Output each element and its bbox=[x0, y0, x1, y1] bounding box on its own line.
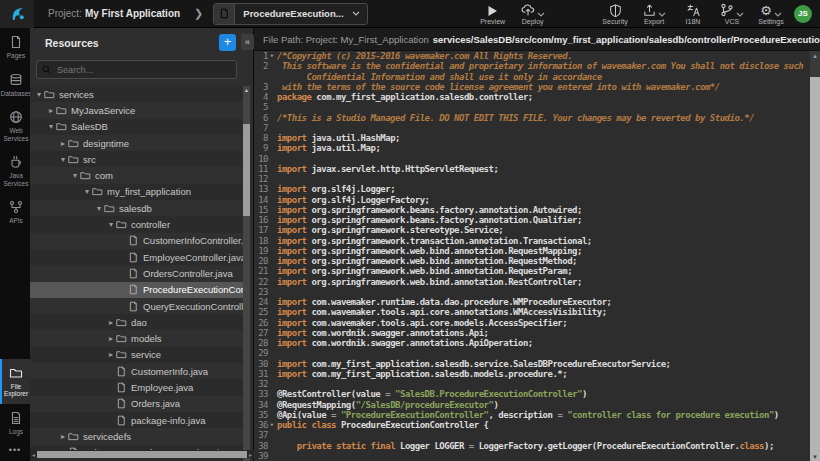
sidebar-item-logs[interactable]: Logs bbox=[0, 404, 30, 442]
code-line: 18import org.springframework.transaction… bbox=[254, 236, 810, 246]
caret-down-icon[interactable]: ▾ bbox=[94, 204, 104, 213]
tree-vertical-scrollbar[interactable]: ▲ ▼ bbox=[243, 86, 250, 461]
tree-vscroll-thumb[interactable] bbox=[243, 124, 250, 216]
tree-item[interactable]: ▾services bbox=[30, 86, 244, 102]
editor-scroll-up-icon[interactable]: ▲ bbox=[810, 51, 820, 77]
caret-right-icon[interactable]: ▸ bbox=[58, 139, 68, 148]
tree-item[interactable]: package-info.java bbox=[30, 412, 244, 428]
tree-item[interactable]: OrdersController.java bbox=[30, 265, 244, 281]
code-line: 26import com.wavemaker.tools.api.core.mo… bbox=[254, 318, 810, 328]
tree-horizontal-scrollbar[interactable]: ◂ ▸ bbox=[30, 450, 254, 458]
tree-item[interactable]: ▾com bbox=[30, 167, 244, 183]
rail-spacer bbox=[0, 231, 30, 359]
tree-hscroll-thumb[interactable] bbox=[37, 451, 247, 458]
editor-scroll-down-icon[interactable]: ▼ bbox=[810, 454, 820, 460]
tree-item-label: ProcedureExecutionController.java bbox=[143, 284, 244, 295]
sidebar-item-apis[interactable]: APIs bbox=[0, 193, 30, 231]
collapse-panel-button[interactable]: « bbox=[241, 34, 254, 50]
tree-item[interactable]: Employee.java bbox=[30, 379, 244, 395]
tree-item[interactable]: ▸servicedefs bbox=[30, 428, 244, 444]
tree-item[interactable]: ▾src bbox=[30, 151, 244, 167]
vcs-button[interactable]: VCS bbox=[719, 3, 745, 25]
project-label: Project: bbox=[48, 8, 82, 19]
caret-down-icon[interactable]: ▾ bbox=[106, 220, 116, 229]
open-file-dropdown[interactable]: ProcedureExecution... bbox=[213, 3, 367, 25]
caret-down-icon[interactable]: ▾ bbox=[58, 155, 68, 164]
search-input[interactable] bbox=[55, 64, 231, 76]
export-button[interactable]: Export bbox=[641, 3, 667, 25]
folder-icon bbox=[116, 349, 131, 360]
sidebar-item-pages[interactable]: Pages bbox=[0, 28, 30, 66]
fold-spacer bbox=[268, 123, 275, 133]
caret-right-icon[interactable]: ▸ bbox=[106, 350, 116, 359]
caret-down-icon[interactable]: ▾ bbox=[70, 171, 80, 180]
tree-item[interactable]: ▾SalesDB bbox=[30, 119, 244, 135]
sidebar-item-web-services[interactable]: Web Services bbox=[0, 103, 30, 148]
tree-item[interactable]: ▸dao bbox=[30, 314, 244, 330]
user-avatar[interactable]: JS bbox=[794, 5, 812, 23]
settings-button[interactable]: ⚙Settings bbox=[758, 3, 784, 25]
tree-item-label: SalesDB bbox=[71, 121, 108, 132]
caret-right-icon[interactable]: ▸ bbox=[106, 334, 116, 343]
code-text: import com.my_first_application.salesdb.… bbox=[275, 359, 810, 369]
add-resource-button[interactable]: + bbox=[219, 34, 236, 51]
tree-item[interactable]: ▸models bbox=[30, 330, 244, 346]
caret-right-icon[interactable]: ▸ bbox=[58, 432, 68, 441]
sidebar-item-label: Java Services bbox=[4, 172, 29, 187]
fold-spacer bbox=[268, 410, 275, 420]
more-button[interactable]: ••• bbox=[0, 441, 30, 461]
code-editor[interactable]: 1▾/*Copyright (c) 2015-2016 wavemaker.co… bbox=[254, 51, 810, 461]
deploy-button[interactable]: Deploy bbox=[520, 3, 546, 25]
tree-item[interactable]: EmployeeController.java bbox=[30, 249, 244, 265]
line-number bbox=[254, 72, 268, 82]
code-text: public class ProcedureExecutionControlle… bbox=[275, 420, 810, 430]
logs-icon bbox=[9, 411, 23, 425]
tree-item[interactable]: CustomerInfo.java bbox=[30, 363, 244, 379]
wavemaker-studio-window: Project:My First Application ❯ Procedure… bbox=[0, 0, 820, 461]
line-number: 22 bbox=[254, 277, 268, 287]
caret-down-icon[interactable]: ▾ bbox=[46, 122, 56, 131]
chevron-down-icon bbox=[537, 12, 545, 17]
sidebar-item-file-explorer[interactable]: File Explorer bbox=[0, 359, 30, 404]
preview-button[interactable]: Preview bbox=[480, 3, 506, 25]
code-text: import org.springframework.transaction.a… bbox=[275, 236, 810, 246]
folder-icon bbox=[92, 186, 107, 197]
code-line: 1▾/*Copyright (c) 2015-2016 wavemaker.co… bbox=[254, 51, 810, 61]
tree-item[interactable]: ▾salesdb bbox=[30, 200, 244, 216]
scroll-left-icon[interactable]: ◂ bbox=[30, 451, 37, 458]
fold-spacer bbox=[268, 369, 275, 379]
code-line: 14import org.slf4j.LoggerFactory; bbox=[254, 195, 810, 205]
folder-icon bbox=[80, 170, 95, 181]
tree-item[interactable]: QueryExecutionController.java bbox=[30, 298, 244, 314]
scroll-right-icon[interactable]: ▸ bbox=[247, 451, 254, 458]
fold-caret-icon[interactable]: ▾ bbox=[268, 420, 275, 430]
sidebar-item-java-services[interactable]: Java Services bbox=[0, 148, 30, 193]
sidebar-item-label: Pages bbox=[7, 52, 25, 60]
caret-right-icon[interactable]: ▸ bbox=[46, 106, 56, 115]
action-label: Settings bbox=[758, 18, 783, 25]
tree-item[interactable]: ▾my_first_application bbox=[30, 184, 244, 200]
caret-down-icon[interactable]: ▾ bbox=[34, 90, 44, 99]
tree-item[interactable]: Orders.java bbox=[30, 396, 244, 412]
folder-icon bbox=[68, 431, 83, 442]
i18n-button[interactable]: I18N bbox=[680, 3, 706, 25]
tree-item[interactable]: ▸MyJavaService bbox=[30, 102, 244, 118]
security-button[interactable]: Security bbox=[602, 3, 628, 25]
tree-item[interactable]: CustomerInfoController.java bbox=[30, 233, 244, 249]
sidebar-item-databases[interactable]: Databases bbox=[0, 66, 30, 104]
caret-down-icon[interactable]: ▾ bbox=[82, 187, 92, 196]
tree-item[interactable]: ▸designtime bbox=[30, 135, 244, 151]
editor-vscroll-track[interactable] bbox=[810, 77, 820, 461]
scroll-up-icon[interactable]: ▲ bbox=[243, 86, 250, 94]
fold-caret-icon[interactable]: ▾ bbox=[268, 51, 275, 61]
tree-item-label: EmployeeController.java bbox=[143, 252, 244, 263]
fold-spacer bbox=[268, 430, 275, 440]
editor-vertical-scrollbar[interactable]: ▲ ▼ bbox=[810, 51, 820, 461]
tree-item[interactable]: ▸service bbox=[30, 347, 244, 363]
wavemaker-logo[interactable] bbox=[0, 0, 34, 28]
fold-spacer bbox=[268, 133, 275, 143]
fold-spacer bbox=[268, 338, 275, 348]
tree-item[interactable]: ▾controller bbox=[30, 216, 244, 232]
tree-item[interactable]: ProcedureExecutionController.java bbox=[30, 282, 244, 298]
caret-right-icon[interactable]: ▸ bbox=[106, 318, 116, 327]
